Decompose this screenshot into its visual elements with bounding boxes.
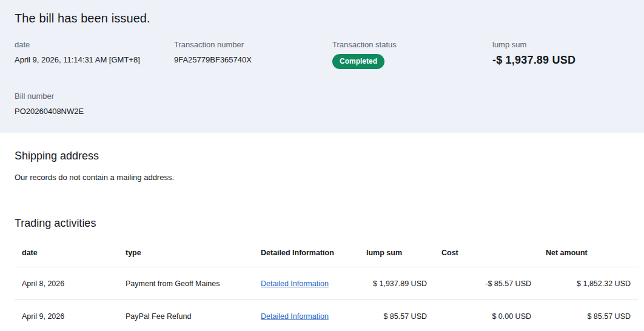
trading-activities-table: date type Detailed Information lump sum … [15, 230, 638, 331]
transaction-details-page: The bill has been issued. date April 9, … [0, 0, 644, 331]
detailed-information-link[interactable]: Detailed Information [261, 279, 329, 288]
field-bill-number-label: Bill number [15, 92, 644, 101]
cell-type: PayPal Fee Refund [118, 300, 253, 331]
cell-net-amount: $ 85.57 USD [538, 300, 638, 331]
field-transaction-status: Transaction status Completed [332, 40, 492, 69]
field-transaction-number: Transaction number 9FA25779BF365740X [174, 40, 332, 69]
field-lump-sum-value: -$ 1,937.89 USD [492, 53, 644, 67]
column-header-date: date [15, 230, 118, 267]
column-header-detailed-information: Detailed Information [253, 230, 359, 267]
cell-lump-sum: $ 1,937.89 USD [359, 267, 434, 300]
table-header-row: date type Detailed Information lump sum … [15, 230, 638, 267]
cell-date: April 9, 2026 [15, 300, 118, 331]
column-header-cost: Cost [434, 230, 538, 267]
field-bill-number: Bill number PO20260408NW2E [15, 92, 644, 116]
bill-summary-section: The bill has been issued. date April 9, … [0, 0, 644, 133]
trading-activities-heading: Trading activities [15, 216, 644, 230]
field-bill-number-value: PO20260408NW2E [15, 107, 644, 116]
column-header-net-amount: Net amount [538, 230, 638, 267]
column-header-type: type [118, 230, 253, 267]
cell-date: April 8, 2026 [15, 267, 118, 300]
cell-detailed-information: Detailed Information [253, 300, 359, 331]
field-date-value: April 9, 2026, 11:14:31 AM [GMT+8] [15, 55, 174, 65]
status-badge: Completed [332, 54, 384, 69]
cell-cost: -$ 85.57 USD [434, 267, 538, 300]
page-title: The bill has been issued. [15, 10, 644, 27]
column-header-lump-sum: lump sum [359, 230, 434, 267]
field-date: date April 9, 2026, 11:14:31 AM [GMT+8] [15, 40, 174, 69]
table-row: April 9, 2026 PayPal Fee Refund Detailed… [15, 300, 638, 331]
trading-activities-section: Trading activities date type Detailed In… [0, 182, 644, 331]
field-transaction-number-value: 9FA25779BF365740X [174, 55, 332, 65]
field-lump-sum: lump sum -$ 1,937.89 USD [492, 40, 644, 69]
detailed-information-link[interactable]: Detailed Information [261, 312, 329, 321]
field-transaction-status-label: Transaction status [332, 40, 492, 50]
table-row: April 8, 2026 Payment from Geoff Maines … [15, 267, 638, 300]
field-transaction-number-label: Transaction number [174, 40, 332, 50]
cell-lump-sum: $ 85.57 USD [359, 300, 434, 331]
cell-cost: $ 0.00 USD [434, 300, 538, 331]
field-date-label: date [15, 40, 174, 50]
shipping-address-section: Shipping address Our records do not cont… [0, 133, 644, 182]
summary-fields-row: date April 9, 2026, 11:14:31 AM [GMT+8] … [15, 40, 644, 69]
shipping-address-message: Our records do not contain a mailing add… [15, 173, 644, 182]
shipping-address-heading: Shipping address [15, 149, 644, 162]
cell-net-amount: $ 1,852.32 USD [538, 267, 638, 300]
field-lump-sum-label: lump sum [492, 40, 644, 50]
cell-type: Payment from Geoff Maines [118, 267, 253, 300]
cell-detailed-information: Detailed Information [253, 267, 359, 300]
